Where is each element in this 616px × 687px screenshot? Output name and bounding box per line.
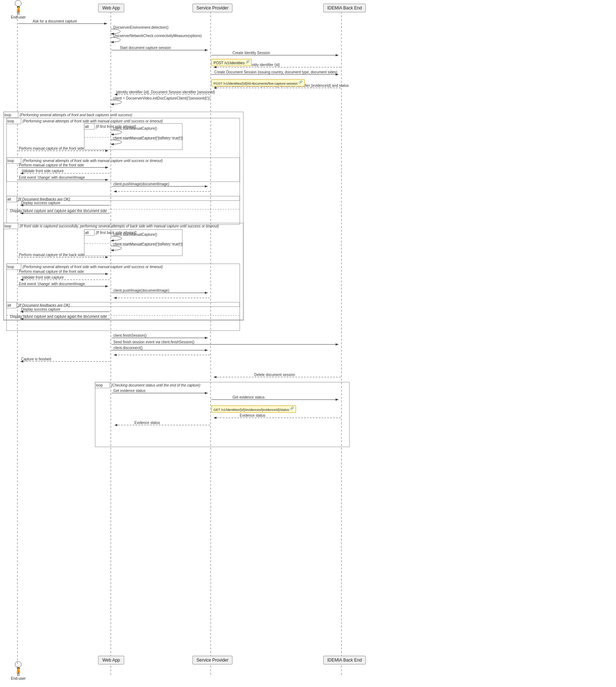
msg1-label: Ask for a document capture — [33, 19, 77, 23]
loop-front-outer-keyword: loop — [7, 119, 14, 123]
alt-front-keyword: alt — [85, 125, 89, 129]
perform-front-inner: Perform manual capture of the front side — [19, 163, 84, 167]
person-icon-bottom: 🧍 End-user — [11, 661, 26, 680]
svg-rect-14 — [7, 118, 240, 182]
api-box-post-identities: POST /v1/identities 🔗 — [211, 59, 252, 66]
lifeline-idemia-label: IDEMIA Back End — [327, 5, 362, 11]
svg-rect-33 — [4, 223, 18, 229]
lifeline-box-idemia-bottom: IDEMIA Back End — [323, 656, 366, 664]
display-success1: Display success capture — [21, 201, 60, 205]
lifeline-box-webapp: Web App — [98, 4, 124, 12]
loop-front-outer-title: (Performing several attempts of front si… — [23, 119, 163, 123]
loop-back-outer-keyword: loop — [4, 224, 11, 228]
alt-feedback1-title: [If Document feedbacks are OK] — [18, 197, 70, 201]
capture-finished: Capture is finished — [21, 357, 51, 361]
svg-rect-34 — [84, 230, 182, 256]
svg-rect-12 — [4, 112, 243, 320]
lifeline-box-webapp-bottom: Web App — [98, 656, 124, 664]
get-evidence-webapp: Get evidence status — [113, 389, 145, 393]
loop-back-outer-title: (If front side is captured successfully,… — [20, 224, 219, 228]
msg5-label: Create Identity Session — [232, 51, 270, 55]
loop-front-inner-keyword: loop — [7, 159, 14, 163]
msg3-label: DocserverNetworkCheck.connectivityMeasur… — [113, 34, 202, 38]
display-success2: Display success capture — [21, 307, 60, 311]
validate-front: Validate front side capture — [22, 169, 64, 173]
perform-back-inner: Perform manual capture of the front side — [19, 270, 84, 274]
alt-feedback2-title: [If Document feedbacks are OK] — [18, 303, 70, 307]
disconnect: client.disconnect() — [113, 346, 143, 350]
alt-front-msg1: client.startManualCapture() — [113, 126, 157, 130]
msg2-label: DocserverEnvironment.detection() — [113, 25, 169, 29]
loop-back-inner-title: (Performing several attempts of front si… — [23, 265, 163, 269]
loop-check-title: (Checking document status until the end … — [111, 383, 200, 387]
loop-back-inner-keyword: loop — [7, 265, 14, 269]
lifeline-box-sp-bottom: Service Provider — [192, 656, 232, 664]
svg-rect-15 — [7, 118, 21, 124]
end-user-label-bottom: End-user — [11, 676, 26, 680]
perform-front-msg: Perform manual capture of the front side — [19, 146, 84, 150]
svg-rect-28 — [7, 196, 17, 202]
alt-feedback2-keyword: alt — [7, 303, 11, 307]
alt-feedback1-keyword: alt — [7, 197, 11, 201]
svg-rect-38 — [7, 264, 240, 307]
svg-rect-20 — [7, 158, 240, 201]
lifeline-idemia-label-bottom: IDEMIA Back End — [327, 658, 362, 663]
alt-back-msg1: client.startManualCapture() — [113, 233, 157, 237]
emit-change-back: Emit event 'change' with documentImage — [19, 282, 85, 286]
svg-rect-16 — [84, 124, 182, 150]
lifeline-box-sp: Service Provider — [192, 4, 232, 12]
msg10-label: client = DocserverVideo.initDocCaptureCl… — [113, 96, 210, 100]
emit-change: Emit event 'change' with documentImage — [19, 175, 85, 179]
person-body-bottom: 🧍 — [11, 668, 26, 676]
msg7-label: Create Document Session (issuing country… — [214, 70, 337, 74]
svg-rect-35 — [84, 230, 94, 235]
end-user-label-top: End-user — [11, 15, 26, 19]
svg-rect-45 — [7, 302, 240, 331]
lifeline-webapp-label-bottom: Web App — [102, 658, 120, 663]
svg-rect-32 — [4, 223, 243, 320]
push-image: client.pushImage(documentImage) — [113, 182, 169, 186]
api-box-get-evidence: GET /v1/identities/{id}/evidences/{evide… — [211, 405, 296, 413]
lifeline-sp-label: Service Provider — [196, 5, 228, 11]
get-evidence-sp: Get evidence status — [232, 395, 264, 399]
evidence-status-webapp: Evidence status — [134, 421, 160, 425]
alt-back-keyword: alt — [85, 231, 89, 235]
loop-front-inner-title: (Performing several attempts of front si… — [23, 159, 163, 163]
svg-rect-13 — [4, 112, 18, 118]
sequence-diagram: Ask for a document capture DocserverEnvi… — [0, 0, 616, 687]
evidence-status-return: Evidence status — [240, 413, 266, 417]
svg-rect-17 — [84, 124, 94, 129]
alt-back-title: [If first back side attempt] — [96, 231, 136, 235]
person-body-top: 🧍 — [11, 7, 26, 15]
finish-session-event: Send finish session event via client.fin… — [113, 340, 194, 344]
lifeline-webapp-label: Web App — [102, 5, 120, 11]
finish-session: client.finishSession() — [113, 334, 147, 338]
svg-rect-27 — [7, 196, 240, 225]
alt-front-msg2: client.startManualCapture({'{isRetry: tr… — [113, 136, 183, 140]
svg-rect-21 — [7, 158, 21, 163]
lifeline-sp-label-bottom: Service Provider — [196, 658, 228, 663]
perform-back-msg: Perform manual capture of the back side — [19, 253, 85, 257]
msg9-label: Identity identifier {id}, Document Sessi… — [116, 90, 215, 94]
push-image-back: client.pushImage(documentImage) — [113, 288, 169, 292]
loop-main-title: (Performing several attempts of front an… — [20, 113, 132, 117]
loop-check-keyword: loop — [96, 383, 103, 387]
lifeline-box-idemia: IDEMIA Back End — [323, 4, 366, 12]
msg4-label: Start document capture session — [120, 46, 171, 50]
api-box-post-document-session: POST /v1/identities/{id}/id-documents/li… — [211, 79, 305, 86]
svg-rect-56 — [95, 382, 349, 447]
validate-back: Validate front side capture — [22, 275, 64, 279]
display-failure2: Display failure capture and capture agai… — [10, 315, 107, 319]
display-failure1: Display failure capture and capture agai… — [10, 209, 107, 213]
loop-main-keyword: loop — [4, 113, 11, 117]
alt-back-msg2: client.startManualCapture({'{isRetry: tr… — [113, 242, 183, 246]
msg6-label: Identity identifier {id} — [247, 63, 280, 67]
person-icon-top: 🧍 End-user — [11, 0, 26, 19]
svg-rect-39 — [7, 264, 21, 270]
alt-front-title: [If first front side attempt] — [96, 125, 136, 129]
svg-rect-46 — [7, 302, 17, 308]
delete-doc-session: Delete document session — [254, 373, 295, 377]
svg-rect-57 — [95, 382, 110, 388]
